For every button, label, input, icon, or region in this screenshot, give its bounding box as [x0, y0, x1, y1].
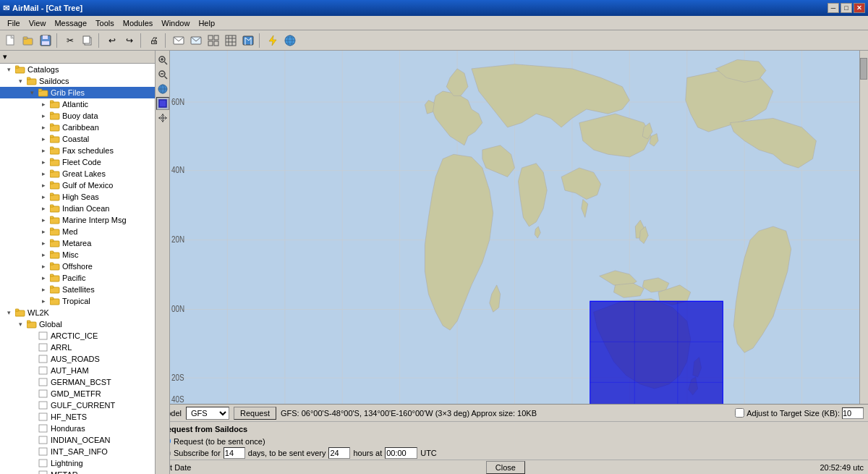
folder-icon-saildocs — [26, 76, 38, 86]
undo-button[interactable]: ↩ — [104, 33, 120, 48]
restore-button[interactable]: □ — [841, 3, 852, 13]
tree-item-indian-ocean-wl2k[interactable]: INDIAN_OCEAN — [0, 434, 155, 446]
svg-rect-66 — [50, 286, 54, 288]
tree-item-coastal[interactable]: ▸ Coastal — [0, 133, 155, 145]
menu-window[interactable]: Window — [157, 17, 194, 29]
menu-modules[interactable]: Modules — [119, 17, 158, 29]
svg-rect-60 — [50, 251, 54, 253]
close-window-button[interactable]: ✕ — [854, 3, 865, 13]
tree-item-lightning[interactable]: Lightning — [0, 457, 155, 469]
lightning-button[interactable] — [265, 33, 281, 48]
tree-item-int-sar-info[interactable]: INT_SAR_INFO — [0, 446, 155, 457]
tree-item-high-seas[interactable]: ▸ High Seas — [0, 191, 155, 203]
svg-rect-11 — [208, 35, 213, 40]
menu-help[interactable]: Help — [194, 17, 219, 29]
tree-item-caribbean[interactable]: ▸ Caribbean — [0, 122, 155, 133]
subscribe-days-input[interactable] — [224, 447, 245, 459]
redo-button[interactable]: ↪ — [122, 33, 137, 48]
tree-item-great-lakes[interactable]: ▸ Great Lakes — [0, 168, 155, 179]
adjust-size-text: Adjust to Target Size (KB): — [746, 409, 840, 418]
svg-text:40N: 40N — [171, 165, 184, 174]
adjust-size-checkbox[interactable] — [735, 408, 744, 418]
model-select[interactable]: GFS NAM GFS HD — [186, 407, 229, 420]
status-area: Model GFS NAM GFS HD Request GFS: 06°00'… — [156, 404, 868, 474]
tree-item-indian-ocean[interactable]: ▸ Indian Ocean — [0, 203, 155, 214]
new-button[interactable] — [3, 33, 19, 48]
close-button[interactable]: Close — [486, 461, 525, 474]
cut-button[interactable]: ✂ — [62, 33, 78, 48]
zoom-out-button[interactable] — [156, 68, 169, 81]
receive-button[interactable] — [188, 33, 204, 48]
tree-item-honduras[interactable]: Honduras — [0, 423, 155, 434]
svg-rect-30 — [27, 77, 30, 80]
tree-item-metar[interactable]: METAR — [0, 469, 155, 474]
tree-item-buoy-data[interactable]: ▸ Buoy data — [0, 110, 155, 122]
tree-label-indian-ocean: Indian Ocean — [61, 204, 109, 213]
tree-item-satellites[interactable]: ▸ Satellites — [0, 284, 155, 295]
time-display: 20:52:49 utc — [820, 463, 864, 472]
tree-item-tropical[interactable]: ▸ Tropical — [0, 295, 155, 307]
request-button[interactable]: Request — [234, 407, 276, 420]
copy-button[interactable] — [80, 33, 95, 48]
tree-item-gulf-of-mexico[interactable]: ▸ Gulf of Mexico — [0, 179, 155, 191]
svg-rect-12 — [214, 35, 218, 40]
map-button[interactable] — [240, 33, 256, 48]
tree-item-fax-schedules[interactable]: ▸ Fax schedules — [0, 145, 155, 156]
radio-request-once-row: Request (to be sent once) — [161, 436, 862, 446]
tree-item-hf-nets[interactable]: HF_NETS — [0, 411, 155, 423]
print-button[interactable]: 🖨 — [146, 33, 162, 48]
globe-button[interactable] — [282, 33, 298, 48]
tree-item-arrl[interactable]: ARRL — [0, 342, 155, 353]
separator-3 — [140, 33, 143, 48]
menu-message[interactable]: Message — [50, 17, 91, 29]
zoom-world-button[interactable] — [156, 82, 169, 96]
tree-label-fleet-code: Fleet Code — [61, 158, 101, 166]
subscribe-time-input[interactable] — [385, 447, 417, 459]
tree-item-med[interactable]: ▸ Med — [0, 226, 155, 237]
tree-item-catalogs[interactable]: ▾ Catalogs — [0, 64, 155, 75]
send-button[interactable] — [171, 33, 187, 48]
tree-item-marine-interp-msg[interactable]: ▸ Marine Interp Msg — [0, 214, 155, 226]
menu-file[interactable]: File — [3, 17, 25, 29]
subscribe-hours-input[interactable] — [328, 447, 350, 459]
save-button[interactable] — [38, 33, 54, 48]
tree-item-gmd-metfr[interactable]: GMD_METFR — [0, 388, 155, 399]
tree-item-saildocs[interactable]: ▾ Saildocs — [0, 75, 155, 87]
app-icon: ✉ — [3, 4, 9, 13]
tree-item-arctic-ice[interactable]: ARCTIC_ICE — [0, 330, 155, 342]
svg-rect-3 — [23, 37, 27, 39]
tree-item-fleet-code[interactable]: ▸ Fleet Code — [0, 156, 155, 168]
tree-item-german-bcst[interactable]: GERMAN_BCST — [0, 376, 155, 388]
grid-button[interactable] — [205, 33, 221, 48]
tree-label-indian-ocean-wl2k: INDIAN_OCEAN — [49, 436, 111, 444]
menu-view[interactable]: View — [25, 17, 51, 29]
select-rectangle-button[interactable] — [156, 97, 169, 110]
gps-info: GFS: 06°00'S-48°00'S, 134°00'E-160°00'W … — [281, 409, 731, 418]
svg-rect-40 — [50, 135, 54, 137]
tree-item-metarea[interactable]: ▸ Metarea — [0, 237, 155, 249]
tree-item-misc[interactable]: ▸ Misc — [0, 249, 155, 261]
tree-item-grib-files[interactable]: ▾ Grib Files — [0, 87, 155, 98]
tree-item-offshore[interactable]: ▸ Offshore — [0, 261, 155, 272]
open-button[interactable] — [20, 33, 36, 48]
tree-item-aus-roads[interactable]: AUS_ROADS — [0, 353, 155, 365]
separator-5 — [259, 33, 262, 48]
tree-item-atlantic[interactable]: ▸ Atlantic — [0, 98, 155, 110]
pan-button[interactable] — [156, 111, 169, 124]
grid2-button[interactable] — [223, 33, 239, 48]
tree-item-gulf-current[interactable]: GULF_CURRENT — [0, 399, 155, 411]
tree-label-high-seas: High Seas — [61, 192, 99, 201]
tree-item-pacific[interactable]: ▸ Pacific — [0, 272, 155, 284]
target-size-input[interactable] — [842, 407, 864, 419]
expand-atlantic: ▸ — [38, 99, 49, 109]
minimize-button[interactable]: ─ — [827, 3, 839, 13]
tree-item-wl2k[interactable]: ▾ WL2K — [0, 307, 155, 318]
tree-label-honduras: Honduras — [49, 424, 85, 433]
tree-item-global[interactable]: ▾ Global — [0, 318, 155, 330]
menu-tools[interactable]: Tools — [91, 17, 119, 29]
tree-item-aut-ham[interactable]: AUT_HAM — [0, 365, 155, 376]
tree-label-atlantic: Atlantic — [61, 100, 88, 109]
tree-label-grib-files: Grib Files — [49, 88, 85, 97]
svg-rect-68 — [50, 297, 54, 300]
zoom-in-button[interactable] — [156, 54, 169, 67]
